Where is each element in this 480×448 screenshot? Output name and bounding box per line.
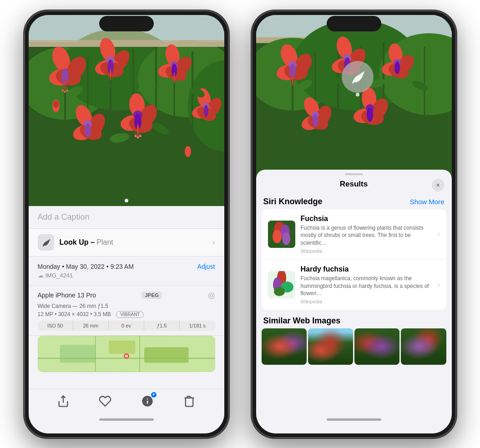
svg-point-150 — [274, 287, 285, 296]
hardy-content: Hardy fuchsia Fuchsia magellanica, commo… — [301, 265, 432, 304]
results-header: Results × — [256, 177, 452, 193]
svg-point-78 — [125, 199, 128, 202]
fuchsia-source: Wikipedia — [301, 248, 432, 254]
visual-lookup-circle[interactable] — [342, 61, 374, 93]
info-button[interactable]: ✦ — [139, 393, 156, 409]
web-images-header: Similar Web Images — [256, 310, 452, 328]
svg-point-68 — [204, 105, 208, 117]
close-button[interactable]: × — [432, 179, 445, 191]
svg-point-145 — [282, 232, 290, 245]
drag-handle — [345, 173, 363, 175]
siri-knowledge-title: Siri Knowledge — [263, 197, 323, 206]
left-phone: Add a Caption Look Up – Plant › — [24, 10, 229, 438]
svg-point-62 — [139, 135, 141, 137]
home-bar-left — [99, 418, 154, 421]
home-bar-right — [327, 418, 381, 421]
lens-icon: ◎ — [208, 290, 215, 300]
adjust-button[interactable]: Adjust — [197, 263, 215, 270]
fuchsia-name: Fuchsia — [301, 215, 432, 223]
results-title: Results — [340, 180, 368, 189]
filename-row: ☁ IMG_4241 — [38, 272, 215, 279]
photo-area-left[interactable] — [29, 15, 224, 206]
exif-iso: ISO 50 — [38, 321, 73, 331]
camera-spec: Wide Camera — 26 mm ƒ1.5 — [38, 303, 215, 309]
svg-point-26 — [66, 90, 68, 91]
fuchsia-thumbnail — [268, 221, 295, 248]
svg-point-50 — [85, 123, 91, 137]
phones-container: Add a Caption Look Up – Plant › — [0, 0, 480, 448]
svg-rect-7 — [29, 40, 224, 47]
svg-rect-80 — [60, 345, 95, 362]
jpeg-badge: JPEG — [141, 292, 162, 299]
device-name: Apple iPhone 13 Pro — [38, 292, 96, 299]
web-image-1[interactable] — [262, 328, 307, 365]
svg-point-25 — [64, 91, 66, 93]
svg-point-60 — [134, 135, 136, 137]
knowledge-item-fuchsia[interactable]: Fuchsia Fuchsia is a genus of flowering … — [262, 209, 446, 260]
svg-rect-82 — [144, 347, 189, 362]
results-panel: Results × Siri Knowledge Show More — [256, 170, 452, 433]
meta-section: Monday • May 30, 2022 • 9:23 AM Adjust ☁… — [29, 257, 224, 286]
svg-point-71 — [185, 146, 191, 157]
fuchsia-content: Fuchsia Fuchsia is a genus of flowering … — [301, 215, 432, 254]
lookup-icon — [38, 234, 54, 251]
exif-aperture: ƒ1.5 — [144, 321, 180, 331]
knowledge-item-hardy[interactable]: Hardy fuchsia Fuchsia magellanica, commo… — [262, 260, 446, 310]
map-preview[interactable] — [38, 336, 215, 372]
info-badge: ✦ — [151, 392, 157, 398]
web-images-title: Similar Web Images — [263, 316, 445, 326]
vibrant-badge: VIBRANT — [116, 311, 144, 318]
exif-row: ISO 50 26 mm 0 ev ƒ1.5 1/181 s — [38, 321, 215, 331]
exif-ev: 0 ev — [109, 321, 144, 331]
show-more-button[interactable]: Show More — [410, 198, 445, 206]
lookup-label: Look Up – Plant — [60, 238, 113, 247]
svg-rect-81 — [109, 340, 136, 353]
delete-button[interactable] — [181, 393, 197, 409]
exif-shutter: 1/181 s — [180, 321, 215, 331]
web-image-4[interactable] — [401, 328, 446, 365]
svg-point-144 — [273, 230, 282, 243]
svg-point-24 — [62, 90, 64, 91]
notch-right — [327, 16, 381, 31]
web-image-2[interactable] — [308, 328, 353, 365]
hardy-thumbnail — [268, 271, 295, 298]
notch-left — [99, 16, 154, 31]
web-images-row — [256, 328, 452, 365]
knowledge-card: Fuchsia Fuchsia is a genus of flowering … — [262, 209, 446, 310]
lookup-row[interactable]: Look Up – Plant › — [29, 229, 224, 257]
filename: IMG_4241 — [45, 272, 73, 279]
svg-point-70 — [53, 101, 59, 108]
web-image-3[interactable] — [354, 328, 399, 365]
siri-knowledge-header: Siri Knowledge Show More — [256, 193, 452, 209]
cloud-icon: ☁ — [38, 272, 44, 279]
device-section: Apple iPhone 13 Pro JPEG ◎ Wide Camera —… — [29, 286, 224, 336]
bottom-toolbar: ✦ — [29, 389, 224, 413]
svg-point-61 — [136, 136, 139, 138]
hardy-chevron-icon: › — [437, 281, 440, 289]
caption-area[interactable]: Add a Caption — [29, 206, 224, 229]
leaf-lookup-icon — [349, 69, 366, 85]
fuchsia-desc: Fuchsia is a genus of flowering plants t… — [301, 224, 432, 247]
lookup-dot — [356, 93, 359, 96]
fuchsia-chevron-icon: › — [437, 230, 440, 238]
svg-point-129 — [313, 114, 318, 127]
leaf-icon — [41, 237, 51, 247]
mp-spec: 12 MP • 3024 × 4032 • 3.5 MB VIBRANT — [38, 311, 215, 318]
favorite-button[interactable] — [97, 393, 113, 409]
lookup-chevron-icon: › — [212, 238, 215, 247]
share-button[interactable] — [55, 393, 71, 409]
photo-date: Monday • May 30, 2022 • 9:23 AM — [38, 263, 134, 270]
svg-point-87 — [125, 354, 128, 357]
caption-placeholder: Add a Caption — [38, 212, 90, 221]
hardy-name: Hardy fuchsia — [301, 265, 432, 273]
right-screen: Results × Siri Knowledge Show More — [256, 15, 452, 433]
info-panel-left: Add a Caption Look Up – Plant › — [29, 206, 224, 433]
left-screen: Add a Caption Look Up – Plant › — [29, 15, 224, 433]
hardy-source: Wikipedia — [301, 299, 432, 304]
right-phone: Results × Siri Knowledge Show More — [252, 10, 456, 438]
hardy-desc: Fuchsia magellanica, commonly known as t… — [301, 275, 432, 297]
svg-point-123 — [394, 61, 400, 74]
photo-area-right — [256, 15, 452, 179]
svg-point-135 — [367, 107, 373, 122]
exif-focal: 26 mm — [73, 321, 109, 331]
